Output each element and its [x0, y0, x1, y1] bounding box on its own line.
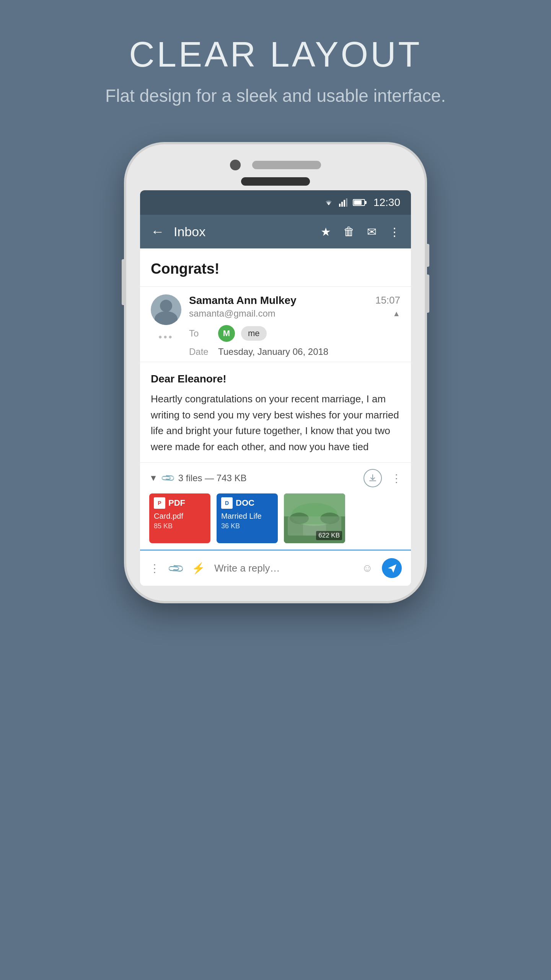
reply-lightning-icon[interactable]: ⚡ [192, 562, 205, 575]
star-button[interactable]: ★ [321, 225, 331, 238]
attachment-pdf[interactable]: P PDF Card.pdf 85 KB [149, 493, 210, 543]
status-bar: 12:30 [140, 190, 411, 215]
svg-rect-1 [341, 202, 343, 207]
me-badge: me [241, 326, 267, 341]
attachments-section: ▼ 📎 3 files — 743 KB [140, 463, 411, 550]
toolbar-title: Inbox [174, 224, 321, 239]
email-greeting: Dear Eleanore! [151, 373, 400, 385]
email-content: Congrats! ••• Samanta Ann Mulkey [140, 248, 411, 586]
doc-size: 36 KB [221, 522, 240, 530]
to-row: To M me [189, 325, 400, 342]
reply-more-icon[interactable]: ⋮ [149, 562, 160, 575]
volume-button-right [425, 274, 429, 313]
attachment-image[interactable]: 622 KB [284, 493, 345, 543]
mail-button[interactable]: ✉ [367, 225, 377, 238]
svg-rect-2 [344, 200, 345, 207]
attachment-doc[interactable]: D DOC Married Life 36 KB [217, 493, 278, 543]
download-all-button[interactable] [364, 469, 382, 487]
page-subtitle: Flat design for a sleek and usable inter… [105, 85, 446, 106]
sender-name: Samanta Ann Mulkey [189, 294, 297, 307]
pdf-filename: Card.pdf [154, 512, 183, 521]
to-label: To [189, 328, 212, 339]
date-value: Tuesday, January 06, 2018 [218, 346, 328, 357]
camera-dot [230, 160, 241, 170]
sender-avatar [151, 294, 181, 325]
page-headline: CLEAR LAYOUT [129, 34, 422, 75]
date-label: Date [189, 346, 212, 357]
expand-dots[interactable]: ••• [158, 331, 173, 343]
back-button[interactable]: ← [151, 225, 165, 238]
phone-mockup: 12:30 ← Inbox ★ 🗑 ✉ ⋮ Congrats! [126, 144, 425, 601]
app-toolbar: ← Inbox ★ 🗑 ✉ ⋮ [140, 215, 411, 248]
attachments-more-button[interactable]: ⋮ [391, 472, 402, 485]
svg-rect-3 [346, 198, 347, 207]
svg-point-7 [290, 513, 309, 524]
sender-info: Samanta Ann Mulkey 15:07 samanta@gmail.c… [189, 294, 400, 362]
collapse-arrow-icon[interactable]: ▲ [393, 309, 400, 318]
speaker-slot [252, 161, 321, 169]
reply-attach-icon[interactable]: 📎 [166, 559, 185, 577]
delete-button[interactable]: 🗑 [343, 225, 355, 238]
earpiece [241, 177, 310, 186]
send-icon [386, 563, 397, 573]
attachments-header: ▼ 📎 3 files — 743 KB [149, 469, 402, 487]
status-time: 12:30 [373, 196, 400, 209]
wifi-icon [323, 198, 334, 207]
attachments-chevron-icon[interactable]: ▼ [149, 473, 158, 483]
recipient-badge: M [218, 325, 235, 342]
attachments-grid: P PDF Card.pdf 85 KB D DOC [149, 493, 402, 543]
emoji-icon[interactable]: ☺ [362, 562, 373, 574]
email-body-section: Dear Eleanore! Heartly congratulations o… [140, 362, 411, 463]
volume-button-left [122, 259, 126, 305]
attachments-info: 3 files — 743 KB [178, 473, 359, 483]
pdf-type-label: PDF [168, 498, 185, 508]
status-icons [323, 198, 365, 207]
paperclip-icon: 📎 [160, 470, 176, 486]
send-button[interactable] [382, 558, 402, 578]
pdf-type-icon: P [154, 497, 165, 509]
pdf-size: 85 KB [154, 522, 173, 530]
email-subject-text: Congrats! [151, 261, 219, 277]
image-size: 622 KB [316, 531, 342, 540]
attachment-actions: ⋮ [364, 469, 402, 487]
svg-rect-0 [339, 204, 341, 207]
doc-type-label: DOC [236, 498, 254, 508]
date-row: Date Tuesday, January 06, 2018 [189, 346, 400, 357]
more-menu-button[interactable]: ⋮ [389, 225, 400, 238]
doc-filename: Married Life [221, 512, 262, 521]
signal-icon [339, 198, 348, 207]
download-icon [368, 474, 377, 482]
email-subject-section: Congrats! [140, 248, 411, 287]
reply-input[interactable] [214, 562, 352, 574]
avatar-column: ••• [151, 294, 181, 362]
svg-point-8 [320, 513, 339, 524]
email-time: 15:07 [375, 294, 400, 306]
doc-type-icon: D [221, 497, 233, 509]
toolbar-actions: ★ 🗑 ✉ ⋮ [321, 225, 400, 238]
reply-bar: ⋮ 📎 ⚡ ☺ [140, 550, 411, 586]
email-body-text: Heartly congratulations on your recent m… [151, 391, 400, 455]
phone-screen: 12:30 ← Inbox ★ 🗑 ✉ ⋮ Congrats! [140, 190, 411, 586]
power-button [425, 244, 429, 267]
phone-top-bar [140, 160, 411, 170]
sender-email-address: samanta@gmail.com [189, 308, 276, 319]
battery-icon [353, 199, 365, 206]
